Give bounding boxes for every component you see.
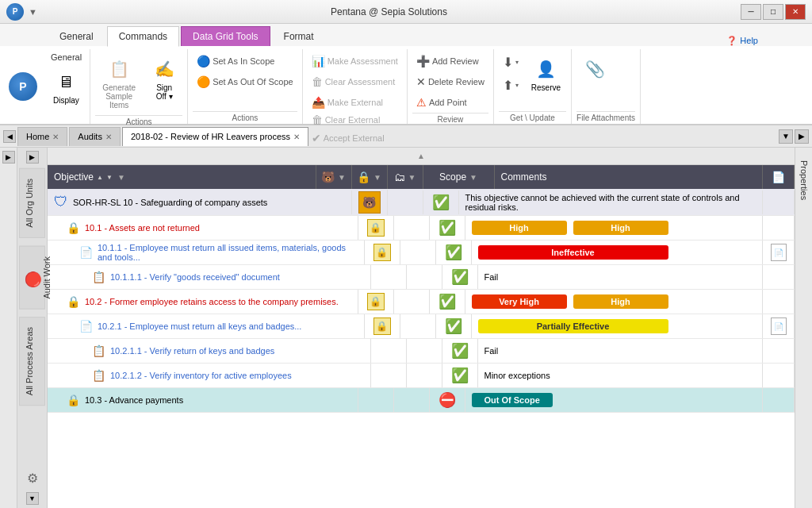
tab-all-org-units[interactable]: All Org Units	[19, 168, 45, 238]
tab-audit-work[interactable]: 🔴 Audit Work	[19, 246, 45, 310]
accept-external-button[interactable]: ✔ Accept External	[308, 129, 402, 147]
row-10-2-scope-icon: ✅	[439, 293, 456, 310]
add-review-button[interactable]: ➕ Add Review	[412, 52, 483, 70]
col-icon1[interactable]: 🐻 ▼	[316, 165, 352, 189]
row-10-1-1-action[interactable]: 📄	[763, 241, 795, 264]
left-collapse-arrow[interactable]: ▶	[2, 151, 15, 164]
badge-high-2: High	[573, 221, 668, 235]
delete-review-icon: ✕	[416, 75, 426, 88]
tab-home-close[interactable]: ✕	[52, 133, 59, 141]
doc-icon-10-2-1-2: 📋	[92, 369, 105, 382]
tab-audits[interactable]: Audits ✕	[69, 127, 121, 146]
col-objective-filter[interactable]: ▼	[117, 173, 125, 182]
tab-commands[interactable]: Commands	[107, 26, 179, 47]
minimize-button[interactable]: ─	[741, 4, 761, 20]
review-items: ➕ Add Review ✕ Delete Review ⚠ Add Point	[412, 51, 488, 111]
row-10-2-1-1-objective[interactable]: 📋 10.2.1.1 - Verify return of keys and b…	[48, 339, 371, 363]
lock-icon-10-2: 🔒	[67, 295, 80, 308]
tab-review-hr-close[interactable]: ✕	[293, 133, 300, 141]
get-btn[interactable]: ⬇ ▾	[499, 52, 523, 72]
window-controls[interactable]: ─ □ ✕	[741, 4, 806, 20]
row-10-3-label: 10.3 - Advance payments	[85, 395, 183, 405]
row-10-1-1-1-scope: ✅	[442, 265, 478, 289]
display-button[interactable]: 🖥 Display	[48, 65, 85, 109]
clear-external-button[interactable]: 🗑 Clear External	[308, 111, 402, 129]
ribbon-group-general: General 🖥 Display	[43, 49, 90, 124]
delete-review-button[interactable]: ✕ Delete Review	[412, 73, 488, 90]
tab-review-hr-label: 2018-02 - Review of HR Leavers process	[131, 132, 290, 141]
add-review-icon: ➕	[416, 55, 430, 67]
row-10-1-1-1-objective[interactable]: 📋 10.1.1.1 - Verify "goods received" doc…	[48, 265, 371, 289]
left-panel-expand[interactable]: ▶	[26, 151, 39, 164]
action-doc-icon-2[interactable]: 📄	[771, 318, 787, 335]
row-10-2-1-action[interactable]: 📄	[763, 314, 795, 338]
clear-ext-label: Clear External	[325, 115, 381, 125]
col-objective[interactable]: Objective ▲ ▼ ▼	[48, 165, 316, 189]
tab-home[interactable]: Home ✕	[17, 127, 67, 146]
update-btn[interactable]: ⬆ ▾	[499, 75, 523, 95]
signoff-button[interactable]: ✍ SignOff ▾	[146, 52, 182, 105]
tab-nav-right[interactable]: ▶	[795, 129, 809, 144]
row-10-2-objective[interactable]: 🔒 10.2 - Former employee retains access …	[48, 290, 358, 314]
action-doc-icon[interactable]: 📄	[771, 244, 787, 261]
table-row: 🛡 SOR-HR-SL 10 - Safeguarding of company…	[48, 189, 795, 216]
tab-all-process-areas[interactable]: All Process Areas	[19, 317, 45, 406]
tab-audits-label: Audits	[78, 132, 102, 141]
col-scope[interactable]: Scope ▼	[423, 165, 495, 189]
row-10-1-1-objective[interactable]: 📄 10.1.1 - Employee must return all issu…	[48, 241, 365, 264]
col-scope-label: Scope	[439, 171, 466, 183]
row-10-1-1-lock-img: 🔒	[373, 244, 391, 261]
sort-down-icon: ▼	[106, 174, 113, 181]
display-icon: 🖥	[53, 69, 79, 94]
col-scope-filter[interactable]: ▼	[469, 173, 477, 182]
make-assessment-button[interactable]: 📊 Make Assessment	[308, 52, 402, 70]
col-icon3[interactable]: 🗂 ▼	[388, 165, 423, 189]
set-in-scope-button[interactable]: 🔵 Set As In Scope	[193, 52, 278, 70]
help-button[interactable]: ❓ Help	[726, 36, 758, 45]
tab-scroll-left[interactable]: ◀	[3, 130, 16, 143]
tab-review-hr[interactable]: 2018-02 - Review of HR Leavers process ✕	[122, 127, 308, 146]
col-icon1-filter[interactable]: ▼	[338, 173, 346, 182]
table-row: 🔒 10.2 - Former employee retains access …	[48, 290, 795, 314]
clear-assessment-button[interactable]: 🗑 Clear Assessment	[308, 73, 400, 90]
row-10-2-1-1-icon1	[371, 339, 407, 363]
attach-button[interactable]: 📎	[576, 52, 613, 87]
row-10-1-icon1: 🔒	[358, 216, 394, 240]
bottom-arrow[interactable]: ▼	[26, 492, 39, 505]
col-icon3-img: 🗂	[394, 171, 405, 183]
tab-format[interactable]: Format	[272, 26, 326, 46]
row-10-1-objective[interactable]: 🔒 10.1 - Assets are not returned	[48, 216, 358, 240]
add-point-button[interactable]: ⚠ Add Point	[412, 94, 471, 111]
row-10-3-objective[interactable]: 🔒 10.3 - Advance payments	[48, 388, 358, 412]
col-action[interactable]: 📄	[763, 165, 795, 189]
row-10-2-1-2-label: 10.2.1.2 - Verify inventory for active e…	[110, 371, 292, 380]
ribbon-tabs: General Commands Data Grid Tools Format …	[0, 24, 812, 46]
row-10-2-1-objective[interactable]: 📄 10.2.1 - Employee must return all keys…	[48, 314, 365, 338]
tab-nav-down[interactable]: ▼	[779, 129, 793, 144]
content-area: ▲ Objective ▲ ▼ ▼ 🐻 ▼ 🔒 ▼ 🗂 ▼	[48, 148, 795, 508]
generate-button[interactable]: 📋 GenerateSample Items	[95, 52, 143, 114]
tab-datagrid[interactable]: Data Grid Tools	[181, 26, 270, 46]
row-10-2-1-2-objective[interactable]: 📋 10.2.1.2 - Verify inventory for active…	[48, 364, 371, 387]
reserve-button[interactable]: 👤 Reserve	[526, 52, 566, 96]
maximize-button[interactable]: □	[763, 4, 783, 20]
row-10-3-icon1	[358, 388, 394, 412]
tab-properties[interactable]: Properties	[796, 151, 812, 210]
tab-audits-close[interactable]: ✕	[105, 133, 112, 141]
close-button[interactable]: ✕	[785, 4, 806, 20]
col-icon2[interactable]: 🔒 ▼	[352, 165, 388, 189]
signoff-label: SignOff ▾	[156, 83, 173, 101]
row-10-3-action	[763, 388, 795, 412]
settings-icon[interactable]: ⚙	[27, 471, 38, 486]
tab-general[interactable]: General	[48, 26, 105, 46]
grid-header: Objective ▲ ▼ ▼ 🐻 ▼ 🔒 ▼ 🗂 ▼ Scope ▼	[48, 165, 795, 189]
row-10-2-scope: ✅	[430, 290, 465, 314]
row-10-2-lock-img: 🔒	[367, 293, 385, 310]
col-icon3-filter[interactable]: ▼	[408, 173, 416, 182]
office-button[interactable]: P	[3, 49, 43, 124]
col-icon2-filter[interactable]: ▼	[373, 173, 381, 182]
row-10-2-label: 10.2 - Former employee retains access to…	[85, 297, 339, 306]
make-external-button[interactable]: 📤 Make External	[308, 94, 387, 111]
set-out-scope-button[interactable]: 🟠 Set As Out Of Scope	[193, 73, 297, 90]
row-10-2-1-2-scope-icon: ✅	[451, 367, 469, 384]
